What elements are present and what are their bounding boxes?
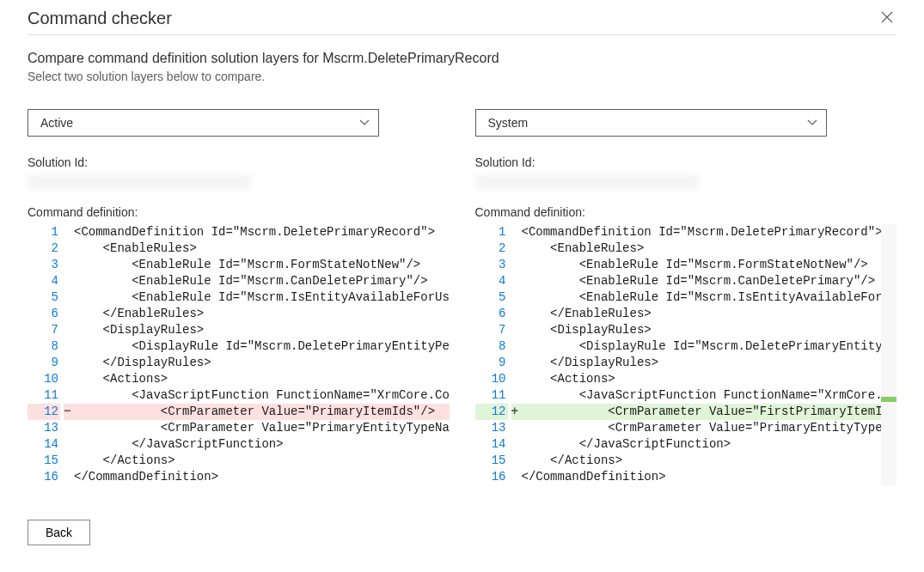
line-number: 2 [28, 240, 60, 257]
code-line: </JavaScriptFunction> [72, 436, 450, 453]
code-line: </DisplayRules> [72, 355, 450, 371]
line-number: 1 [475, 224, 508, 240]
diff-marker [511, 322, 520, 338]
code-line: <EnableRule Id="Mscrm.FormStateNotNew"/> [520, 257, 882, 273]
diff-marker [511, 289, 520, 306]
code-line: </CommandDefinition> [72, 469, 450, 485]
line-number: 9 [28, 355, 60, 371]
diff-marker: + [511, 404, 520, 420]
diff-marker [64, 273, 72, 289]
diff-marker [64, 436, 72, 453]
diff-marker [511, 257, 520, 273]
line-number: 3 [475, 257, 508, 273]
left-solution-id-value [28, 174, 251, 190]
line-number: 7 [28, 322, 60, 338]
subtitle: Compare command definition solution laye… [28, 51, 896, 66]
code-line: <CrmParameter Value="PrimaryEntityTypeNa… [520, 420, 882, 436]
line-number: 4 [28, 273, 60, 289]
diff-marker [64, 469, 72, 485]
diff-marker [64, 257, 72, 273]
code-line: <EnableRule Id="Mscrm.CanDeletePrimary"/… [520, 273, 882, 289]
line-number: 3 [28, 257, 60, 273]
diff-marker [64, 322, 72, 338]
dialog-footer: Back [28, 520, 896, 545]
line-number: 4 [475, 273, 508, 289]
line-number: 16 [28, 469, 60, 485]
left-solution-id-label: Solution Id: [28, 155, 450, 169]
chevron-down-icon [359, 117, 370, 129]
diff-marker [64, 224, 72, 240]
left-layer-value: Active [40, 116, 73, 130]
code-line: <Actions> [520, 371, 882, 387]
diff-marker [511, 355, 520, 371]
left-code-block[interactable]: 12345678910111213141516−<CommandDefiniti… [28, 224, 450, 485]
code-line: <Actions> [72, 371, 450, 387]
code-line: </JavaScriptFunction> [520, 436, 882, 453]
back-button[interactable]: Back [28, 520, 90, 545]
code-line: <DisplayRule Id="Mscrm.DeletePrimaryEnti… [72, 338, 450, 355]
diff-marker [511, 338, 520, 355]
diff-marker [64, 240, 72, 257]
close-icon [881, 11, 893, 23]
line-number: 13 [28, 420, 60, 436]
line-number: 16 [475, 469, 508, 485]
chevron-down-icon [807, 117, 817, 129]
code-line: <DisplayRules> [520, 322, 882, 338]
line-number: 2 [475, 240, 508, 257]
diff-marker [64, 387, 72, 404]
right-command-def-label: Command definition: [475, 205, 897, 219]
diff-marker [511, 273, 520, 289]
right-solution-id-value [475, 174, 699, 190]
left-layer-select[interactable]: Active [28, 109, 379, 137]
line-number: 5 [28, 289, 60, 306]
line-number: 8 [28, 338, 60, 355]
code-line: <JavaScriptFunction FunctionName="XrmCor… [72, 387, 450, 404]
diff-marker [511, 387, 520, 404]
diff-marker [511, 453, 520, 469]
code-line: <EnableRules> [520, 240, 882, 257]
line-number: 13 [475, 420, 508, 436]
code-line: </EnableRules> [520, 306, 882, 322]
left-command-def-label: Command definition: [28, 205, 450, 219]
code-line: <EnableRule Id="Mscrm.IsEntityAvailableF… [72, 289, 450, 306]
code-line: <CommandDefinition Id="Mscrm.DeletePrima… [520, 224, 882, 240]
right-layer-select[interactable]: System [475, 109, 827, 137]
close-button[interactable] [878, 7, 896, 29]
diff-marker [64, 289, 72, 306]
diff-marker [64, 306, 72, 322]
line-number: 1 [28, 224, 60, 240]
right-solution-id-label: Solution Id: [475, 155, 897, 169]
diff-marker [511, 436, 520, 453]
diff-marker [511, 469, 520, 485]
line-number: 12 [28, 404, 60, 420]
diff-marker [64, 371, 72, 387]
right-code-block[interactable]: 12345678910111213141516+<CommandDefiniti… [475, 224, 897, 485]
diff-marker [511, 371, 520, 387]
code-line: </Actions> [72, 453, 450, 469]
diff-marker [64, 420, 72, 436]
code-line: <DisplayRule Id="Mscrm.DeletePrimaryEnti… [520, 338, 882, 355]
line-number: 11 [28, 387, 60, 404]
line-number: 6 [28, 306, 60, 322]
line-number: 7 [475, 322, 508, 338]
code-line: </Actions> [520, 453, 882, 469]
diff-marker: − [64, 404, 72, 420]
dialog-title: Command checker [28, 9, 172, 28]
code-line: <EnableRule Id="Mscrm.FormStateNotNew"/> [72, 257, 450, 273]
line-number: 12 [475, 404, 508, 420]
diff-marker [511, 420, 520, 436]
command-checker-dialog: Command checker Compare command definiti… [0, 0, 924, 563]
line-number: 9 [475, 355, 508, 371]
diff-marker [64, 453, 72, 469]
instructions: Select two solution layers below to comp… [28, 70, 896, 83]
diff-marker [511, 240, 520, 257]
code-line: </EnableRules> [72, 306, 450, 322]
code-line: <DisplayRules> [72, 322, 450, 338]
code-line: <JavaScriptFunction FunctionName="XrmCor… [520, 387, 882, 404]
line-number: 5 [475, 289, 508, 306]
line-number: 8 [475, 338, 508, 355]
code-line: <EnableRules> [72, 240, 450, 257]
code-line: <CrmParameter Value="PrimaryEntityTypeNa… [72, 420, 450, 436]
dialog-header: Command checker [28, 7, 896, 35]
minimap[interactable] [881, 224, 896, 485]
